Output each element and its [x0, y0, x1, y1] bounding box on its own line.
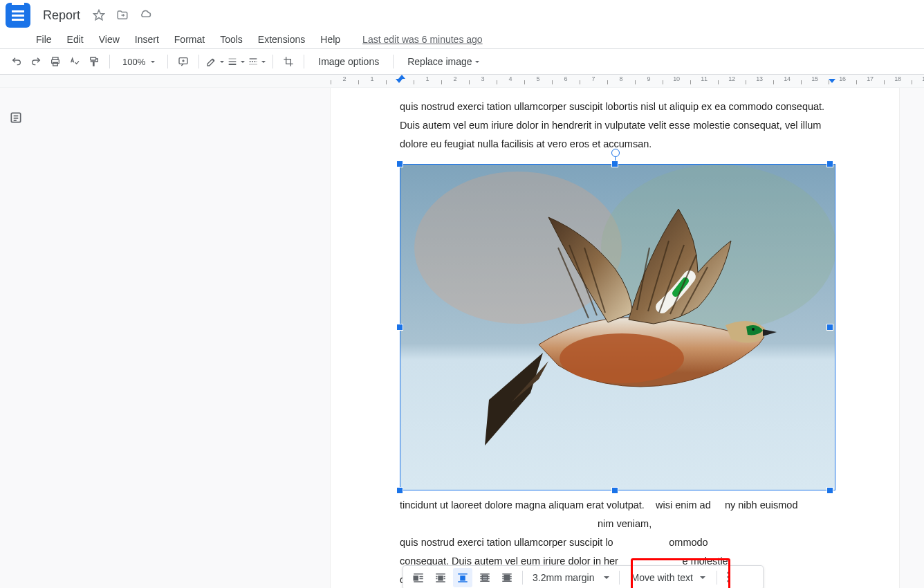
wrap-text-button[interactable]	[431, 568, 450, 587]
menu-insert[interactable]: Insert	[135, 34, 159, 45]
menu-bar: File Edit View Insert Format Tools Exten…	[0, 30, 924, 48]
menu-format[interactable]: Format	[174, 34, 205, 45]
wrap-break-button[interactable]	[453, 568, 472, 587]
menu-extensions[interactable]: Extensions	[258, 34, 305, 45]
last-edit-link[interactable]: Last edit was 6 minutes ago	[362, 34, 483, 45]
resize-handle[interactable]	[397, 161, 403, 167]
docs-logo[interactable]	[6, 3, 30, 28]
resize-handle[interactable]	[827, 324, 833, 330]
svg-point-48	[727, 571, 729, 573]
wrap-front-button[interactable]	[497, 568, 517, 587]
selected-image[interactable]	[400, 164, 830, 490]
border-weight-button[interactable]	[227, 53, 245, 70]
svg-rect-4	[91, 57, 96, 60]
horizontal-ruler[interactable]: 2112345678910111213141516171819	[0, 75, 924, 88]
undo-button[interactable]	[8, 53, 25, 70]
replace-image-button[interactable]: Replace image	[400, 56, 486, 67]
document-title[interactable]: Report	[43, 8, 80, 23]
redo-button[interactable]	[28, 53, 44, 70]
document-canvas[interactable]: quis nostrud exerci tation ullamcorper s…	[331, 88, 899, 588]
menu-tools[interactable]: Tools	[220, 34, 243, 45]
zoom-select[interactable]: 100%	[117, 57, 160, 67]
add-comment-button[interactable]	[175, 53, 192, 70]
more-options-button[interactable]	[721, 571, 735, 585]
paragraph-text: quis nostrud exerci tation ullamcorper s…	[400, 98, 830, 153]
resize-handle[interactable]	[827, 161, 833, 167]
menu-edit[interactable]: Edit	[67, 34, 84, 45]
move-to-folder-icon[interactable]	[116, 9, 131, 19]
svg-marker-0	[94, 10, 104, 20]
image-context-toolbar: 3.2mm margin Move with text	[403, 565, 764, 588]
svg-rect-34	[461, 576, 465, 580]
print-button[interactable]	[47, 53, 64, 70]
toolbar: 100% Image options Replace image	[0, 49, 924, 75]
svg-rect-22	[414, 576, 418, 580]
outline-toggle-icon[interactable]	[7, 109, 25, 127]
spellcheck-button[interactable]	[66, 53, 83, 70]
paint-format-button[interactable]	[86, 53, 102, 70]
resize-handle[interactable]	[612, 488, 618, 493]
border-dash-button[interactable]	[248, 53, 266, 70]
svg-point-20	[752, 328, 755, 331]
menu-file[interactable]: File	[36, 34, 52, 45]
wrap-inline-button[interactable]	[409, 568, 428, 587]
svg-point-50	[727, 580, 729, 582]
star-icon[interactable]	[93, 9, 108, 19]
rotate-handle[interactable]	[611, 149, 620, 157]
resize-handle[interactable]	[397, 324, 403, 330]
border-color-button[interactable]	[206, 53, 224, 70]
svg-rect-36	[482, 575, 488, 580]
menu-help[interactable]: Help	[320, 34, 340, 45]
position-mode-dropdown[interactable]: Move with text	[624, 572, 712, 583]
image-options-button[interactable]: Image options	[311, 56, 386, 67]
svg-point-19	[560, 333, 684, 383]
resize-handle[interactable]	[827, 488, 833, 493]
wrap-behind-button[interactable]	[475, 568, 495, 587]
svg-rect-27	[438, 576, 443, 580]
menu-view[interactable]: View	[99, 34, 120, 45]
svg-rect-44	[504, 575, 510, 580]
resize-handle[interactable]	[612, 161, 618, 167]
crop-button[interactable]	[280, 53, 297, 70]
margin-dropdown[interactable]: 3.2mm margin	[527, 572, 615, 583]
resize-handle[interactable]	[397, 488, 403, 493]
cloud-status-icon[interactable]	[139, 9, 151, 19]
svg-point-49	[727, 576, 729, 578]
